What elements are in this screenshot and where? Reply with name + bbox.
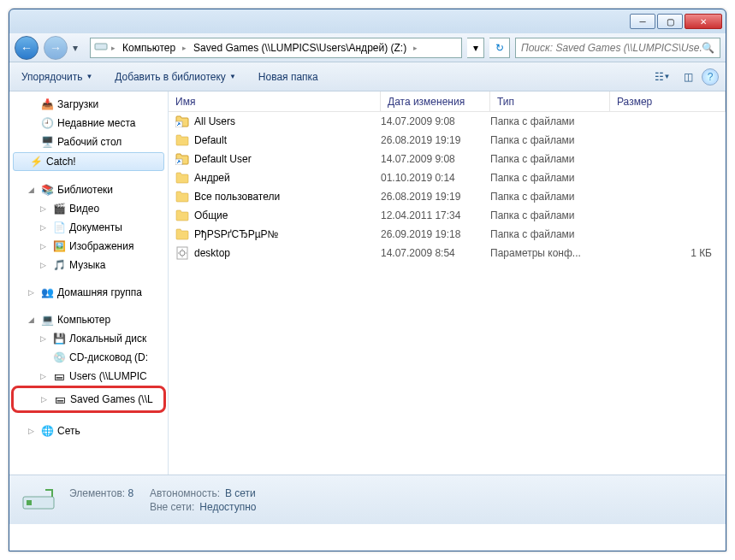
breadcrumb-sep[interactable]: ▸: [110, 42, 117, 54]
folder-icon: [175, 133, 189, 147]
explorer-window: ─ ▢ ✕ ← → ▾ ▸ Компьютер ▸ Saved Games (\…: [9, 9, 726, 551]
network-drive-icon: 🖴: [53, 392, 67, 406]
file-row[interactable]: All Users14.07.2009 9:08Папка с файлами: [169, 112, 726, 131]
sidebar-item-desktop[interactable]: 🖥️Рабочий стол: [9, 133, 168, 151]
music-icon: 🎵: [52, 258, 66, 272]
file-type: Папка с файлами: [490, 134, 610, 146]
homegroup-icon: 👥: [40, 286, 54, 299]
expand-icon[interactable]: ◢: [28, 315, 37, 324]
navigation-pane[interactable]: 📥Загрузки 🕘Недавние места 🖥️Рабочий стол…: [9, 91, 169, 475]
expand-icon[interactable]: ◢: [28, 186, 37, 194]
add-to-library-button[interactable]: Добавить в библиотеку▼: [110, 68, 240, 86]
libraries-icon: 📚: [40, 183, 54, 197]
sidebar-item-music[interactable]: ▷🎵Музыка: [9, 256, 168, 274]
offline-value: Недоступно: [199, 501, 256, 513]
history-dropdown[interactable]: ▾: [73, 42, 85, 54]
file-row[interactable]: Все пользователи26.08.2019 19:19Папка с …: [169, 187, 726, 206]
offline-label: Вне сети:: [150, 501, 194, 513]
column-type[interactable]: Тип: [490, 91, 610, 111]
folder-icon: [175, 171, 189, 185]
breadcrumb-computer[interactable]: Компьютер: [119, 42, 179, 54]
sidebar-item-cdrom[interactable]: 💿CD-дисковод (D:: [9, 348, 168, 367]
close-button[interactable]: ✕: [685, 14, 722, 29]
breadcrumb-sep[interactable]: ▸: [412, 42, 419, 54]
file-type: Папка с файлами: [490, 153, 610, 165]
folder-icon: [175, 190, 189, 203]
file-type: Папка с файлами: [490, 191, 610, 203]
network-icon: 🌐: [40, 424, 54, 438]
sidebar-item-downloads[interactable]: 📥Загрузки: [9, 95, 168, 114]
file-size: 1 КБ: [610, 247, 726, 259]
search-input[interactable]: [521, 42, 702, 54]
sidebar-item-documents[interactable]: ▷📄Документы: [9, 218, 168, 237]
sidebar-item-libraries[interactable]: ◢📚Библиотеки: [9, 180, 168, 199]
sidebar-item-video[interactable]: ▷🎬Видео: [9, 199, 168, 218]
file-name: desktop: [194, 247, 230, 259]
file-name: Андрей: [194, 172, 230, 184]
computer-icon: 💻: [40, 313, 54, 327]
sidebar-item-network[interactable]: ▷🌐Сеть: [9, 421, 168, 440]
cdrom-icon: 💿: [52, 351, 66, 364]
sidebar-item-homegroup[interactable]: ▷👥Домашняя группа: [9, 283, 168, 302]
file-row[interactable]: Андрей01.10.2019 0:14Папка с файлами: [169, 168, 726, 187]
ini-icon: [175, 246, 189, 260]
file-row[interactable]: Default User14.07.2009 9:08Папка с файла…: [169, 150, 726, 168]
network-drive-icon: 🖴: [52, 369, 66, 383]
address-dropdown[interactable]: ▾: [467, 38, 484, 58]
pictures-icon: 🖼️: [52, 239, 66, 253]
column-size[interactable]: Размер: [610, 91, 726, 111]
file-name: Все пользователи: [194, 191, 280, 203]
file-row[interactable]: РђРЅРґСЂРµР№26.09.2019 19:18Папка с файл…: [169, 225, 726, 244]
maximize-button[interactable]: ▢: [657, 14, 683, 29]
sidebar-item-computer[interactable]: ◢💻Компьютер: [9, 310, 168, 329]
link-icon: [175, 115, 189, 128]
file-date: 12.04.2011 17:34: [381, 209, 490, 221]
disk-icon: 💾: [52, 332, 66, 345]
preview-pane-button[interactable]: ◫: [676, 68, 700, 86]
file-row[interactable]: Default26.08.2019 19:19Папка с файлами: [169, 131, 726, 150]
file-row[interactable]: Общие12.04.2011 17:34Папка с файлами: [169, 206, 726, 225]
sidebar-item-localdisk[interactable]: ▷💾Локальный диск: [9, 329, 168, 348]
file-date: 14.07.2009 8:54: [381, 247, 490, 259]
view-mode-button[interactable]: ☷ ▼: [650, 68, 674, 86]
documents-icon: 📄: [52, 221, 66, 234]
file-type: Папка с файлами: [490, 172, 610, 184]
file-name: Default User: [194, 153, 252, 165]
sidebar-item-recent[interactable]: 🕘Недавние места: [9, 114, 168, 133]
breadcrumb-sep[interactable]: ▸: [181, 42, 188, 54]
link-icon: [175, 152, 189, 166]
elements-label: Элементов: 8: [69, 487, 133, 499]
column-name[interactable]: Имя: [169, 91, 381, 111]
organize-button[interactable]: Упорядочить▼: [16, 68, 98, 86]
sidebar-item-catch[interactable]: ⚡Catch!: [13, 152, 164, 171]
file-date: 14.07.2009 9:08: [381, 153, 490, 165]
search-box[interactable]: 🔍: [515, 38, 720, 58]
back-button[interactable]: ←: [15, 36, 39, 60]
forward-button[interactable]: →: [44, 36, 68, 60]
column-date[interactable]: Дата изменения: [381, 91, 490, 111]
network-drive-large-icon: [20, 481, 57, 519]
sidebar-item-pictures[interactable]: ▷🖼️Изображения: [9, 237, 168, 256]
sidebar-item-users-share[interactable]: ▷🖴Users (\\LUMPIC: [9, 367, 168, 386]
recent-icon: 🕘: [40, 116, 54, 130]
minimize-button[interactable]: ─: [630, 14, 655, 29]
help-button[interactable]: ?: [702, 68, 719, 85]
drive-icon: [94, 41, 108, 54]
new-folder-button[interactable]: Новая папка: [253, 68, 323, 86]
downloads-icon: 📥: [40, 97, 54, 111]
column-headers: Имя Дата изменения Тип Размер: [169, 91, 726, 112]
address-bar[interactable]: ▸ Компьютер ▸ Saved Games (\\LUMPICS\Use…: [90, 38, 462, 58]
svg-rect-0: [95, 44, 107, 50]
file-type: Папка с файлами: [490, 228, 610, 240]
refresh-button[interactable]: ↻: [489, 38, 510, 58]
sidebar-item-savedgames[interactable]: ▷🖴Saved Games (\\L: [15, 390, 162, 409]
file-type: Папка с файлами: [490, 115, 610, 127]
video-icon: 🎬: [52, 202, 66, 215]
highlight-annotation: ▷🖴Saved Games (\\L: [11, 386, 166, 413]
file-date: 14.07.2009 9:08: [381, 115, 490, 127]
file-date: 26.08.2019 19:19: [381, 134, 490, 146]
file-name: Default: [194, 134, 227, 146]
folder-icon: [175, 227, 189, 241]
file-row[interactable]: desktop14.07.2009 8:54Параметры конф...1…: [169, 244, 726, 262]
breadcrumb-folder[interactable]: Saved Games (\\LUMPICS\Users\Андрей) (Z:…: [190, 42, 410, 54]
